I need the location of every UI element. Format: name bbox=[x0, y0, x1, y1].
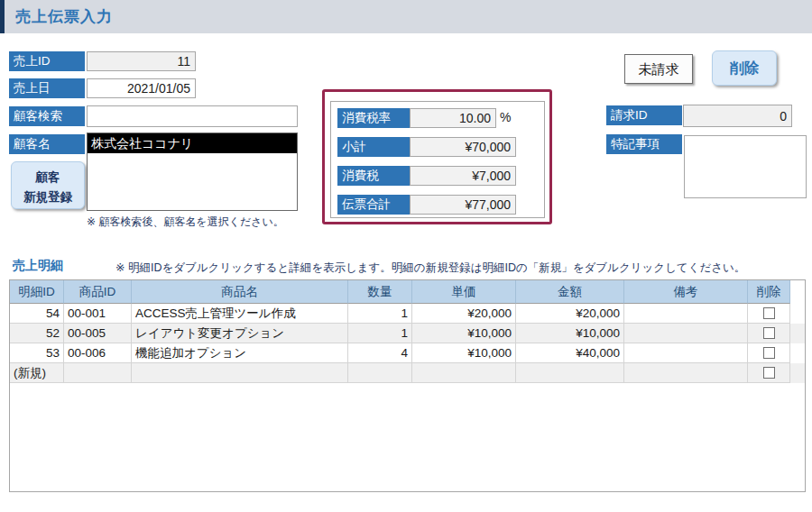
cell-unit-price[interactable]: ¥10,000 bbox=[412, 324, 516, 343]
cell-product-id[interactable]: 00-005 bbox=[64, 324, 132, 343]
tax-summary-panel: 消費税率 % 小計 消費税 伝票合計 bbox=[330, 101, 545, 218]
cell-qty[interactable]: 4 bbox=[348, 343, 412, 363]
cell-delete bbox=[748, 343, 790, 363]
col-header-product-name: 商品名 bbox=[132, 280, 348, 304]
cell-qty[interactable] bbox=[348, 363, 412, 383]
col-header-remarks: 備考 bbox=[624, 280, 748, 304]
delete-checkbox[interactable] bbox=[763, 327, 775, 339]
invoice-id-label: 請求ID bbox=[606, 105, 682, 125]
cell-qty[interactable]: 1 bbox=[348, 324, 412, 343]
cell-product-id[interactable]: 00-001 bbox=[64, 304, 132, 324]
details-header-row: 明細ID 商品ID 商品名 数量 単価 金額 備考 削除 bbox=[10, 280, 805, 304]
customer-register-button[interactable]: 顧客 新規登録 bbox=[11, 161, 85, 209]
subtotal-field bbox=[410, 137, 516, 157]
details-note: ※ 明細IDをダブルクリックすると詳細を表示します。明細の新規登録は明細IDの「… bbox=[115, 261, 745, 276]
col-header-unit-price: 単価 bbox=[412, 280, 516, 304]
tax-rate-label: 消費税率 bbox=[337, 108, 413, 128]
customer-register-label-line1: 顧客 bbox=[36, 170, 60, 184]
cell-detail-id[interactable]: 52 bbox=[10, 324, 64, 343]
sales-id-field bbox=[87, 51, 196, 71]
cell-remarks[interactable] bbox=[624, 343, 748, 363]
table-row-new-record: (新規) bbox=[10, 363, 805, 383]
col-header-detail-id: 明細ID bbox=[10, 280, 64, 304]
customer-search-input[interactable] bbox=[87, 105, 298, 127]
row-filler bbox=[790, 343, 805, 363]
cell-product-id[interactable] bbox=[64, 363, 132, 383]
remarks-textarea[interactable] bbox=[684, 135, 807, 198]
customer-name-selected-item[interactable]: 株式会社ココナリ bbox=[88, 133, 297, 153]
row-filler bbox=[790, 324, 805, 343]
col-header-delete: 削除 bbox=[748, 280, 790, 304]
voucher-total-label: 伝票合計 bbox=[337, 195, 413, 215]
table-row: 54 00-001 ACCESS売上管理ツール作成 1 ¥20,000 ¥20,… bbox=[10, 304, 805, 324]
tax-rate-field bbox=[410, 108, 496, 128]
customer-name-label: 顧客名 bbox=[9, 134, 85, 154]
cell-delete bbox=[748, 363, 790, 383]
sales-voucher-form: 売上伝票入力 売上ID 売上日 顧客検索 顧客名 株式会社ココナリ 顧客 新規登… bbox=[0, 0, 812, 512]
unbilled-button[interactable]: 未請求 bbox=[624, 54, 693, 84]
cell-delete bbox=[748, 304, 790, 324]
sales-date-field[interactable] bbox=[87, 78, 196, 98]
remarks-label: 特記事項 bbox=[606, 134, 682, 154]
invoice-id-field bbox=[683, 105, 792, 127]
cell-product-name[interactable] bbox=[132, 363, 348, 383]
cell-qty[interactable]: 1 bbox=[348, 304, 412, 324]
cell-detail-id[interactable]: 54 bbox=[10, 304, 64, 324]
cell-unit-price[interactable] bbox=[412, 363, 516, 383]
table-row: 52 00-005 レイアウト変更オプション 1 ¥10,000 ¥10,000 bbox=[10, 324, 805, 343]
sales-date-label: 売上日 bbox=[9, 78, 85, 98]
cell-unit-price[interactable]: ¥10,000 bbox=[412, 343, 516, 363]
cell-remarks[interactable] bbox=[624, 324, 748, 343]
delete-button[interactable]: 削除 bbox=[712, 50, 777, 86]
cell-remarks[interactable] bbox=[624, 363, 748, 383]
voucher-total-field bbox=[410, 195, 516, 215]
titlebar-accent bbox=[0, 0, 5, 33]
cell-product-name[interactable]: 機能追加オプション bbox=[132, 343, 348, 363]
row-filler bbox=[790, 304, 805, 324]
cell-amount[interactable]: ¥40,000 bbox=[516, 343, 624, 363]
table-row: 53 00-006 機能追加オプション 4 ¥10,000 ¥40,000 bbox=[10, 343, 805, 363]
delete-checkbox[interactable] bbox=[763, 367, 775, 379]
row-filler bbox=[790, 363, 805, 383]
customer-search-label: 顧客検索 bbox=[9, 106, 85, 126]
tax-rate-percent-suffix: % bbox=[500, 110, 511, 124]
cell-remarks[interactable] bbox=[624, 304, 748, 324]
cell-product-name[interactable]: レイアウト変更オプション bbox=[132, 324, 348, 343]
cell-amount[interactable] bbox=[516, 363, 624, 383]
cell-amount[interactable]: ¥20,000 bbox=[516, 304, 624, 324]
customer-note: ※ 顧客検索後、顧客名を選択ください。 bbox=[87, 215, 284, 230]
cell-detail-id[interactable]: 53 bbox=[10, 343, 64, 363]
title-bar: 売上伝票入力 bbox=[0, 0, 812, 33]
header-filler bbox=[790, 280, 805, 304]
tax-amount-label: 消費税 bbox=[337, 166, 413, 186]
page-title: 売上伝票入力 bbox=[15, 6, 113, 27]
col-header-amount: 金額 bbox=[516, 280, 624, 304]
col-header-qty: 数量 bbox=[348, 280, 412, 304]
cell-product-name[interactable]: ACCESS売上管理ツール作成 bbox=[132, 304, 348, 324]
subtotal-label: 小計 bbox=[337, 137, 413, 157]
cell-amount[interactable]: ¥10,000 bbox=[516, 324, 624, 343]
tax-amount-field bbox=[410, 166, 516, 186]
details-title: 売上明細 bbox=[13, 258, 63, 274]
col-header-product-id: 商品ID bbox=[64, 280, 132, 304]
cell-detail-id[interactable]: (新規) bbox=[10, 363, 64, 383]
cell-product-id[interactable]: 00-006 bbox=[64, 343, 132, 363]
customer-register-label-line2: 新規登録 bbox=[23, 190, 72, 204]
tax-summary-highlight-box: 消費税率 % 小計 消費税 伝票合計 bbox=[322, 89, 552, 224]
cell-delete bbox=[748, 324, 790, 343]
cell-unit-price[interactable]: ¥20,000 bbox=[412, 304, 516, 324]
details-datasheet: 明細ID 商品ID 商品名 数量 単価 金額 備考 削除 54 00-001 A… bbox=[9, 279, 806, 492]
sales-id-label: 売上ID bbox=[9, 51, 85, 71]
delete-checkbox[interactable] bbox=[763, 307, 775, 319]
customer-name-listbox[interactable]: 株式会社ココナリ bbox=[87, 133, 298, 211]
delete-checkbox[interactable] bbox=[763, 347, 775, 359]
